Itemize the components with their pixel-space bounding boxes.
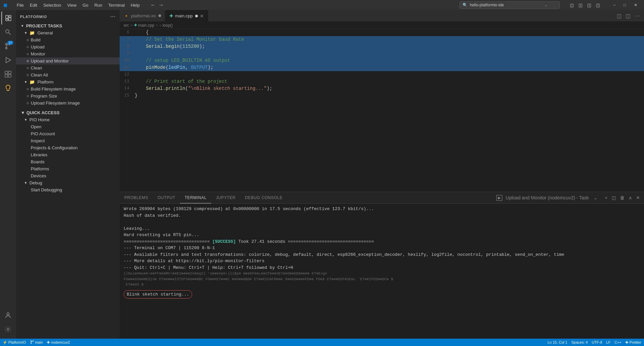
status-spaces[interactable]: Spaces: 4: [571, 340, 588, 345]
sidebar-item-open[interactable]: Open: [16, 123, 120, 130]
terminal-line-quit: --- Quit: Ctrl+C | Menu: Ctrl+T | Help: …: [124, 265, 640, 271]
menu-go[interactable]: Go: [80, 2, 91, 8]
sidebar: PLATFORMIO ⋯ ▼ PROJECT TASKS ▼ 📁 General…: [16, 10, 120, 339]
breadcrumb-loop[interactable]: ○ loop(): [159, 23, 173, 28]
split-editor-icon[interactable]: ◫: [615, 12, 623, 20]
general-subsection-header[interactable]: ▼ 📁 General: [16, 29, 120, 36]
debug-subsection-header[interactable]: ▼ Debug: [16, 179, 120, 186]
account-activity-icon[interactable]: [1, 309, 15, 322]
terminal-content[interactable]: Wrote 269904 bytes (198129 compressed) a…: [120, 204, 644, 339]
sidebar-item-build-filesystem[interactable]: Build Filesystem Image: [16, 85, 120, 93]
code-editor[interactable]: 6 { 7 // Set the Serial Monitor baud Rat…: [120, 29, 644, 192]
menu-run[interactable]: Run: [92, 2, 105, 8]
blink-output-text: Blink sketch starting...: [124, 290, 192, 299]
sidebar-item-pio-account[interactable]: PIO Account: [16, 130, 120, 137]
menu-help[interactable]: Help: [128, 2, 142, 8]
platform-chevron: ▼: [24, 80, 27, 84]
sidebar-item-clean[interactable]: Clean: [16, 64, 120, 71]
panel-tab-terminal[interactable]: TERMINAL: [180, 192, 211, 203]
tab-platformio-ini[interactable]: 🔸 platformio.ini: [120, 10, 165, 21]
line-content-6: {: [135, 29, 644, 36]
platform-subsection-header[interactable]: ▼ 📁 Platform: [16, 78, 120, 85]
toggle-panel-icon[interactable]: ◫: [624, 12, 632, 20]
run-debug-activity-icon[interactable]: [1, 53, 15, 67]
sidebar-item-program-size[interactable]: Program Size: [16, 93, 120, 100]
build-filesystem-label: Build Filesystem Image: [31, 86, 76, 92]
status-line-ending[interactable]: LF: [606, 340, 611, 345]
project-tasks-header[interactable]: ▼ PROJECT TASKS: [16, 22, 120, 29]
layout-icon-1[interactable]: ◫: [568, 2, 576, 8]
minimize-button[interactable]: −: [610, 2, 619, 8]
clean-all-label: Clean All: [31, 72, 48, 77]
source-control-activity-icon[interactable]: 27: [1, 39, 15, 53]
nav-back-button[interactable]: ←: [150, 2, 156, 8]
quick-access-header[interactable]: ▼ QUICK ACCESS: [16, 109, 120, 116]
sidebar-item-start-debugging[interactable]: Start Debugging: [16, 186, 120, 193]
sidebar-item-projects-config[interactable]: Projects & Configuration: [16, 144, 120, 151]
menu-selection[interactable]: Selection: [40, 2, 63, 8]
menu-file[interactable]: File: [14, 2, 26, 8]
status-board[interactable]: ✚ nodemcuv2: [47, 340, 70, 345]
general-chevron: ▼: [24, 31, 27, 35]
layout-icon-3[interactable]: ◫: [585, 2, 593, 8]
menu-edit[interactable]: Edit: [27, 2, 40, 8]
panel-tab-problems[interactable]: PROBLEMS: [120, 192, 153, 203]
panel-tab-jupyter[interactable]: JUPYTER: [211, 192, 240, 203]
success-text: Took 27.41 seconds =====================…: [238, 239, 374, 244]
sidebar-item-monitor[interactable]: Monitor: [16, 50, 120, 57]
code-line-12: 12: [120, 71, 644, 78]
sidebar-item-boards[interactable]: Boards: [16, 158, 120, 165]
more-actions-icon[interactable]: ⋯: [633, 12, 641, 20]
status-formatter[interactable]: ✚ Prettier: [625, 340, 641, 345]
panel-close-icon[interactable]: ✕: [635, 194, 641, 201]
close-button[interactable]: ✕: [631, 2, 641, 8]
sidebar-item-clean-all[interactable]: Clean All: [16, 71, 120, 78]
nav-forward-button[interactable]: →: [158, 2, 164, 8]
tab-main-cpp[interactable]: ✚ main.cpp ✕: [165, 10, 209, 21]
status-encoding[interactable]: UTF-8: [592, 340, 602, 345]
sidebar-item-devices[interactable]: Devices: [16, 172, 120, 179]
sidebar-item-upload[interactable]: Upload: [16, 43, 120, 50]
panel-tab-output[interactable]: OUTPUT: [153, 192, 180, 203]
sidebar-item-upload-filesystem[interactable]: Upload Filesystem Image: [16, 100, 120, 107]
breadcrumb-src[interactable]: src: [124, 23, 129, 28]
status-branch[interactable]: main: [30, 340, 43, 344]
layout-icon-2[interactable]: ◫: [576, 2, 585, 8]
extensions-activity-icon[interactable]: [1, 67, 15, 81]
tab-close-button[interactable]: ✕: [200, 13, 204, 19]
platforms-label: Platforms: [31, 166, 49, 171]
sidebar-item-upload-monitor[interactable]: Upload and Monitor: [16, 57, 120, 64]
menu-terminal[interactable]: Terminal: [106, 2, 127, 8]
search-bar[interactable]: 🔍 hello-platformio-ide ⌄: [460, 1, 560, 9]
svg-rect-10: [5, 71, 8, 74]
sidebar-more-button[interactable]: ⋯: [110, 13, 116, 20]
menu-view[interactable]: View: [65, 2, 79, 8]
pio-home-header[interactable]: ▼ PIO Home: [16, 116, 120, 123]
platformio-activity-icon[interactable]: [1, 81, 15, 95]
terminal-line-details: --- More details at https://bit.ly/pio-m…: [124, 258, 640, 265]
new-terminal-icon[interactable]: +: [604, 194, 609, 201]
split-terminal-icon[interactable]: ◫: [610, 194, 617, 201]
search-activity-icon[interactable]: [1, 25, 15, 39]
sidebar-item-build[interactable]: Build: [16, 36, 120, 43]
sidebar-item-libraries[interactable]: Libraries: [16, 151, 120, 158]
explorer-activity-icon[interactable]: [1, 11, 15, 25]
status-language[interactable]: C++: [615, 340, 622, 345]
settings-activity-icon[interactable]: [1, 323, 15, 336]
panel-chevron-up-icon[interactable]: ∧: [627, 194, 633, 201]
status-platformio[interactable]: ⚡ PlatformIO: [3, 340, 26, 345]
panel-tab-debug-console[interactable]: DEBUG CONSOLE: [240, 192, 287, 203]
folder-icon: 📁: [29, 30, 35, 35]
maximize-button[interactable]: □: [620, 2, 629, 8]
terminal-line-blink: Blink sketch starting...: [124, 289, 640, 299]
status-position[interactable]: Ln 15, Col 1: [547, 340, 567, 345]
layout-icon-4[interactable]: ◫: [594, 2, 602, 8]
line-content-8: Serial.begin(115200);: [135, 43, 644, 50]
breadcrumb-main-cpp[interactable]: ✚ main.cpp: [134, 23, 154, 28]
devices-label: Devices: [31, 173, 46, 178]
sidebar-item-inspect[interactable]: Inspect: [16, 137, 120, 144]
search-dropdown-icon[interactable]: ⌄: [544, 3, 549, 7]
line-num-15: 15: [120, 92, 135, 99]
kill-terminal-icon[interactable]: 🗑: [619, 194, 626, 201]
sidebar-item-platforms[interactable]: Platforms: [16, 165, 120, 172]
